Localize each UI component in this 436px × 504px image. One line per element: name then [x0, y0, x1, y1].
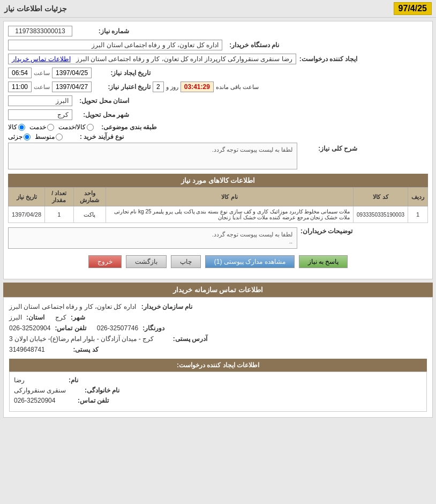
creator-telefon-value: 026-32520904 — [14, 397, 55, 404]
tabaqe-kala-radio[interactable] — [18, 124, 25, 131]
buttons-row: پاسخ به نیاز مشاهده مدارک پیوستی (1) چاپ… — [8, 255, 428, 268]
noeFarayand-motavasset-label: متوسط — [35, 133, 55, 140]
namSazman-label: نام سازمان خریدار: — [141, 303, 193, 310]
ijadKonande-row: ایجاد کننده درخواست: رضا سنقری سنقروارکی… — [8, 54, 428, 64]
col-vahed: واحد شمارش — [73, 188, 106, 206]
doorgar-pair-label: دورنگار: — [142, 324, 164, 332]
adres-label: آدرس پستی: — [159, 335, 207, 343]
col-tedad: تعداد / مقدار — [45, 188, 74, 206]
tarikhEtebar-label: تاریخ اعتبار نیاز: — [97, 83, 151, 91]
ijadKonande-value: رضا سنقری سنقروارکی کارپرداز اداره کل تع… — [8, 54, 296, 64]
remaining-rooz-label: روز و — [166, 84, 178, 91]
codePosti-label: کد پستی: — [50, 346, 99, 353]
tozihat-label: توضیحات خریداران: — [300, 227, 352, 235]
tozihat-block: توضیحات خریداران: لطفا به لیست پیوست توج… — [8, 227, 428, 249]
top-bar: 97/4/25 جزئیات اطلاعات نیاز — [0, 0, 436, 18]
shahr-label: شهر محل تحویل: — [76, 111, 129, 118]
ostan-label: استان محل تحویل: — [76, 97, 129, 105]
creator-section-header: اطلاعات ایجاد کننده درخواست: — [9, 359, 427, 372]
tarikhIjad-label: تاریخ ایجاد نیاز: — [97, 69, 151, 77]
cell-radif: 1 — [408, 206, 428, 223]
tabaqe-kalaKhadamat-radioLabel: کالا/خدمت — [58, 123, 86, 131]
telefon-doorgar-row: دورنگار: 026-32507746 تلفن تماس: 026-325… — [9, 324, 427, 332]
table-row: 1 0933350335190003 ملات سیمانی مخلوط کار… — [9, 206, 428, 223]
noeFarayand-jozei-radio[interactable] — [24, 134, 31, 140]
creator-telefon-row: تلفن تماس: 026-32520904 — [14, 397, 422, 404]
sharh-text: لطفا به لیست پیوست توجه گردد. — [212, 146, 292, 153]
telefon-pair-value: 026-32520904 — [9, 324, 50, 332]
ijadKonande-link[interactable]: اطلاعات تماس خریدار — [12, 55, 71, 63]
adres-row: آدرس پستی: کرج - میدان آزادگان - بلوار ا… — [9, 335, 427, 343]
ostan-value: البرز — [8, 95, 72, 106]
tabaqe-kala-item: کالا — [8, 123, 25, 131]
namSazman-row: نام سازمان خریدار: اداره کل تعاون، کار و… — [9, 303, 427, 310]
tarikhIjad-time: 06:54 — [8, 68, 32, 78]
cell-namKala: ملات سیمانی مخلوط کاربرد موزائیک کاری و … — [106, 206, 353, 223]
shomareNiaz-value: 11973833000013 — [8, 26, 72, 36]
col-namKala: نام کالا — [106, 188, 353, 206]
doorgar-pair: دورنگار: 026-32507746 — [97, 324, 164, 332]
noeFarayand-jozei-item: جزئی — [8, 133, 31, 140]
chap-button[interactable]: چاپ — [171, 255, 201, 268]
cell-kodKala: 0933350335190003 — [354, 206, 408, 223]
noeFarayand-label: نوع فرآیند خرید : — [70, 133, 124, 140]
noeFarayand-motavasset-radio[interactable] — [56, 134, 63, 140]
tabaqe-khadamat-radio[interactable] — [47, 124, 54, 131]
remaining-rooz: 2 — [153, 81, 164, 92]
namDastgah-label: نام دستگاه خریدار: — [225, 41, 279, 49]
remaining-time: 03:41:29 — [181, 81, 214, 92]
shomareNiaz-row: شماره نیاز: 11973833000013 — [8, 26, 428, 36]
tabaqe-kalaKhadamat-radio[interactable] — [87, 124, 94, 131]
ostan-shahr-row: شهر: کرج استان: البرز — [9, 314, 427, 321]
noeFarayand-jozei-label: جزئی — [8, 133, 22, 140]
tabaqe-khadamat-item: خدمت — [29, 123, 54, 131]
buyer-section-header: اطلاعات تماس سازمانه خریدار — [3, 283, 433, 297]
creator-telefon-label: تلفن تماس: — [61, 397, 109, 404]
creator-nam-row: نام: رضا — [14, 376, 422, 384]
bazgasht-button[interactable]: بازگشت — [126, 255, 167, 268]
tabaqe-kala-radioLabel: کالا — [8, 123, 17, 131]
tozihat-text1: لطفا به لیست پیوست توجه گردد. — [13, 231, 292, 238]
tarikhIjad-row: تاریخ ایجاد نیاز: 1397/04/25 ساعت 06:54 — [8, 68, 428, 78]
tabaqe-row: طبقه بندی موضوعی: کالا/خدمت خدمت کالا — [8, 123, 428, 131]
noeFarayand-motavasset-item: متوسط — [35, 133, 63, 140]
tozihat-box: لطفا به لیست پیوست توجه گردد. .. — [8, 227, 297, 249]
remaining-label: ساعت باقی مانده — [216, 84, 259, 91]
ostan-pair-label: استان: — [26, 314, 44, 321]
tableSection-header: اطلاعات کالاهای مورد نیاز — [8, 174, 428, 187]
buyer-info-content: نام سازمان خریدار: اداره کل تعاون، کار و… — [3, 297, 433, 418]
buyer-section: اطلاعات تماس سازمانه خریدار نام سازمان خ… — [3, 283, 433, 418]
codePosti-value: 3149648741 — [9, 346, 45, 353]
col-radif: ردیف — [408, 188, 428, 206]
page-wrapper: 97/4/25 جزئیات اطلاعات نیاز شماره نیاز: … — [0, 0, 436, 504]
adres-value: کرج - میدان آزادگان - بلوار امام رضا(ع)-… — [9, 335, 154, 343]
pasakh-button[interactable]: پاسخ به نیاز — [299, 255, 348, 268]
tabaqe-kalaKhadamat-item: کالا/خدمت — [58, 123, 94, 131]
telefon-pair: تلفن تماس: 026-32520904 — [9, 324, 86, 332]
tarikhEtebar-row: ساعت باقی مانده 03:41:29 روز و 2 تاریخ ا… — [8, 81, 428, 92]
sharh-block: شرح کلی نیاز: لطفا به لیست پیوست توجه گر… — [8, 143, 428, 169]
namDastgah-row: نام دستگاه خریدار: اداره کل تعاون، کار و… — [8, 40, 428, 50]
tarikhEtebar-saat-label: ساعت — [34, 84, 50, 91]
shahr-pair-label: شهر: — [71, 314, 85, 321]
moshahedeh-button[interactable]: مشاهده مدارک پیوستی (1) — [205, 255, 295, 268]
noeFarayand-row: نوع فرآیند خرید : متوسط جزئی — [8, 133, 428, 140]
cell-tedad: 1 — [45, 206, 74, 223]
creator-namKhanevadegi-label: نام خانوادگی: — [71, 387, 119, 394]
ostan-pair: استان: البرز — [9, 314, 44, 321]
creator-namKhanevadegi-row: نام خانوادگی: سنقری سنقروارکی — [14, 387, 422, 394]
creator-info-content: نام: رضا نام خانوادگی: سنقری سنقروارکی ت… — [9, 372, 427, 412]
tarikhIjad-date: 1397/04/25 — [52, 68, 92, 78]
doorgar-pair-value: 026-32507746 — [97, 324, 138, 332]
table-header-row: ردیف کد کالا نام کالا واحد شمارش تعداد /… — [9, 188, 428, 206]
creator-section: اطلاعات ایجاد کننده درخواست: نام: رضا نا… — [9, 359, 427, 412]
khorooj-button[interactable]: خروج — [88, 255, 122, 268]
telefon-pair-label: تلفن تماس: — [55, 324, 86, 332]
top-bar-date: 97/4/25 — [394, 2, 432, 15]
namDastgah-value: اداره کل تعاون، کار و رفاه اجتماعی استان… — [8, 40, 222, 50]
sharh-box: لطفا به لیست پیوست توجه گردد. — [8, 143, 297, 169]
cell-vahed: پاکت — [73, 206, 106, 223]
tabaqe-khadamat-radioLabel: خدمت — [29, 123, 46, 131]
namSazman-value: اداره کل تعاون، کار و رفاه اجتماعی استان… — [9, 303, 136, 310]
shahr-value: کرج — [8, 109, 72, 120]
